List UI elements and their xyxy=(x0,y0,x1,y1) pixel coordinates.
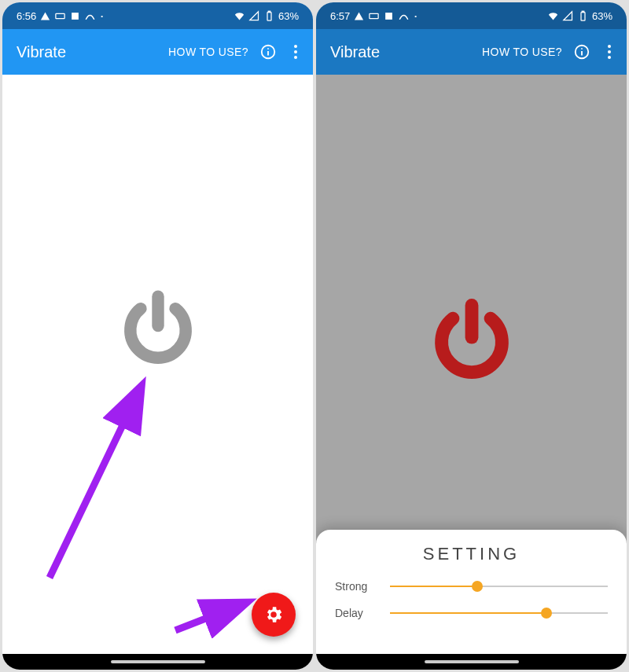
svg-line-8 xyxy=(175,604,244,630)
android-nav-bar xyxy=(2,654,313,670)
how-to-use-button[interactable]: HOW TO USE? xyxy=(482,46,562,58)
slider-label: Delay xyxy=(335,607,390,619)
svg-rect-12 xyxy=(582,11,584,12)
status-icon-airtel xyxy=(398,10,410,22)
svg-rect-2 xyxy=(267,12,271,20)
more-icon[interactable] xyxy=(601,44,617,60)
status-icon-a xyxy=(39,10,51,22)
wifi-icon xyxy=(234,10,245,22)
slider-label: Strong xyxy=(335,580,390,593)
status-bar: 6:56 • 63% xyxy=(2,2,313,29)
annotation-arrow-fab xyxy=(171,583,258,638)
status-icon-paytm xyxy=(54,10,66,22)
svg-rect-1 xyxy=(72,13,79,20)
status-time: 6:56 xyxy=(17,10,36,22)
status-icon-square xyxy=(383,10,395,22)
svg-rect-10 xyxy=(385,13,392,20)
svg-line-7 xyxy=(50,389,140,578)
status-icon-paytm xyxy=(368,10,380,22)
svg-rect-3 xyxy=(268,11,270,12)
power-icon xyxy=(115,286,201,373)
status-icon-airtel xyxy=(84,10,96,22)
more-icon[interactable] xyxy=(288,44,303,60)
how-to-use-button[interactable]: HOW TO USE? xyxy=(168,46,248,58)
status-dot: • xyxy=(101,13,103,20)
status-dot: • xyxy=(414,13,417,20)
status-bar: 6:57 • 63% xyxy=(316,2,627,29)
power-button[interactable] xyxy=(425,294,519,388)
gear-icon xyxy=(263,604,284,625)
main-content: SETTING Strong Delay xyxy=(316,75,627,654)
svg-rect-0 xyxy=(56,13,64,18)
app-title: Vibrate xyxy=(330,43,482,61)
status-icon-square xyxy=(69,10,81,22)
settings-sheet: SETTING Strong Delay xyxy=(316,530,627,654)
battery-percent: 63% xyxy=(592,10,612,22)
app-title: Vibrate xyxy=(17,43,168,61)
power-icon xyxy=(425,294,519,388)
nav-pill[interactable] xyxy=(425,660,519,663)
svg-rect-11 xyxy=(581,12,585,20)
phone-frame-right: 6:57 • 63% Vibrate HOW TO USE? SETTING xyxy=(316,2,627,670)
phone-frame-left: 6:56 • 63% Vibrate HOW TO USE? xyxy=(2,2,313,670)
main-content xyxy=(2,75,313,654)
info-icon[interactable] xyxy=(573,43,590,61)
settings-fab[interactable] xyxy=(252,593,296,637)
svg-point-6 xyxy=(267,48,269,50)
sheet-title: SETTING xyxy=(335,544,608,564)
battery-icon xyxy=(263,10,275,22)
slider-row-strong: Strong xyxy=(335,578,608,594)
annotation-arrow-power xyxy=(34,373,160,593)
nav-pill[interactable] xyxy=(111,660,205,663)
app-bar: Vibrate HOW TO USE? xyxy=(316,29,627,75)
svg-rect-9 xyxy=(370,13,378,18)
battery-icon xyxy=(577,10,589,22)
strong-slider[interactable] xyxy=(390,578,608,594)
signal-icon xyxy=(562,10,574,22)
slider-row-delay: Delay xyxy=(335,605,608,621)
wifi-icon xyxy=(547,10,559,22)
svg-point-15 xyxy=(581,48,583,50)
delay-slider[interactable] xyxy=(390,605,608,621)
info-icon[interactable] xyxy=(259,43,277,61)
android-nav-bar xyxy=(316,654,627,670)
power-button[interactable] xyxy=(115,286,201,373)
signal-icon xyxy=(248,10,260,22)
battery-percent: 63% xyxy=(278,10,299,22)
status-time: 6:57 xyxy=(330,10,350,22)
app-bar: Vibrate HOW TO USE? xyxy=(2,29,313,75)
status-icon-a xyxy=(353,10,365,22)
